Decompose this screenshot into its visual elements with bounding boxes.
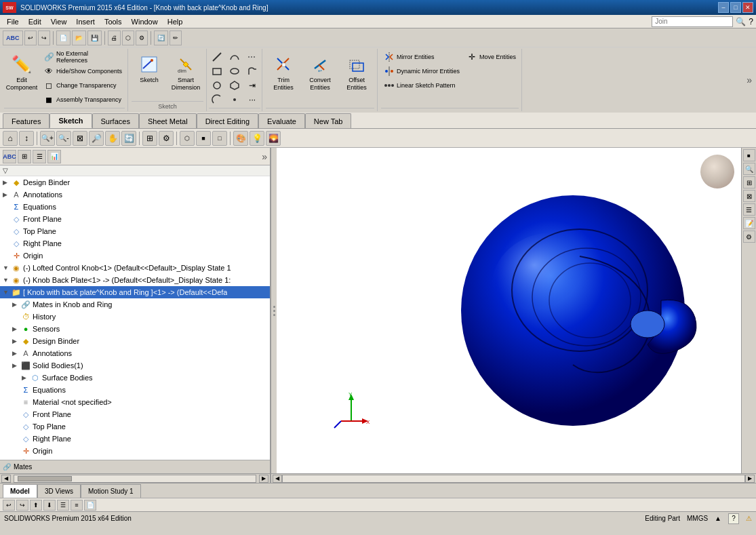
menu-view[interactable]: View [47, 16, 71, 27]
tree-item-knob-with-back[interactable]: ▼📁[ Knob with back plate^Knob and Ring ]… [0, 286, 270, 298]
orientation-button[interactable]: ⌂ [3, 131, 18, 146]
btb-down[interactable]: ⬇ [43, 500, 56, 511]
view-sphere[interactable] [700, 155, 734, 189]
tab-features[interactable]: Features [3, 113, 49, 128]
menu-tools[interactable]: Tools [100, 16, 126, 27]
display-style-shaded[interactable]: ■ [196, 131, 211, 146]
tree-item-sensors[interactable]: ▶●Sensors [0, 323, 270, 335]
tree-item-mates-knob[interactable]: ▶🔗Mates in Knob and Ring [0, 298, 270, 311]
h-scrollbar-left[interactable] [14, 475, 256, 483]
rs-btn6[interactable]: 📝 [743, 217, 755, 229]
btb-list[interactable]: ≡ [71, 500, 83, 511]
h-scrollbar-right[interactable] [282, 475, 745, 483]
btm-tab-model[interactable]: Model [3, 484, 37, 498]
rectangle-button[interactable] [209, 64, 225, 78]
display-style-hidden[interactable]: □ [212, 131, 227, 146]
appearance-button[interactable]: 🎨 [233, 131, 248, 146]
tree-item-equations2[interactable]: ΣEquations [0, 384, 270, 396]
rs-btn3[interactable]: ⊞ [743, 176, 755, 189]
expand-solid-bodies[interactable]: ▶ [12, 362, 20, 369]
construction-button[interactable] [244, 50, 260, 64]
undo-button[interactable]: ↩ [24, 31, 37, 45]
move-entities-button[interactable]: ✛ Move Entities [464, 50, 519, 64]
window-controls[interactable]: – □ ✕ [718, 2, 753, 13]
help-search-icon[interactable]: ? [749, 17, 753, 26]
rs-btn7[interactable]: ⚙ [743, 231, 755, 243]
scroll-right-btn2[interactable]: ▶ [745, 475, 755, 483]
rs-btn2[interactable]: 🔍 [743, 163, 755, 175]
tree-item-history[interactable]: ⏱History [0, 311, 270, 323]
offset-entities-button[interactable]: ⇥ [244, 79, 260, 92]
edit-component-button[interactable]: ✏️ EditComponent [4, 50, 39, 99]
expand-knob-back[interactable]: ▼ [3, 277, 11, 283]
zoom-area-button[interactable]: 🔎 [89, 131, 104, 146]
section-view-button[interactable]: ⊞ [142, 131, 157, 146]
tab-surfaces[interactable]: Surfaces [92, 113, 139, 128]
search-icon[interactable]: 🔍 [736, 17, 746, 26]
save-button[interactable]: 💾 [87, 31, 102, 45]
point-button[interactable] [226, 93, 243, 106]
circle-button[interactable] [209, 79, 225, 92]
open-button[interactable]: 📂 [72, 31, 86, 45]
expand-design-binder[interactable]: ▶ [3, 179, 11, 186]
polygon-button[interactable] [226, 79, 243, 92]
more-sktools-button[interactable]: ··· [244, 93, 260, 106]
view3d-button[interactable]: ⬡ [122, 31, 134, 45]
smart-dimension-button[interactable]: dim SmartDimension [168, 50, 203, 99]
scene-button[interactable]: 🌄 [266, 131, 281, 146]
tree-item-front-plane2[interactable]: ◇Front Plane [0, 408, 270, 420]
rotate-button[interactable]: 🔄 [121, 131, 136, 146]
zoom-fit-button[interactable]: ⊠ [73, 131, 87, 146]
btm-tab-3dviews[interactable]: 3D Views [37, 484, 81, 498]
tree-item-annotations2[interactable]: ▶AAnnotations [0, 347, 270, 359]
abc-button[interactable]: ABC [3, 31, 23, 45]
menu-edit[interactable]: Edit [24, 16, 45, 27]
sketch-fillet-button[interactable] [244, 64, 260, 78]
expand-sensors[interactable]: ▶ [12, 325, 20, 332]
lights-button[interactable]: 💡 [250, 131, 264, 146]
new-button[interactable]: 📄 [56, 31, 71, 45]
lpt-expand[interactable]: » [262, 151, 267, 162]
line-button[interactable] [209, 50, 225, 64]
menu-window[interactable]: Window [127, 16, 162, 27]
menu-file[interactable]: File [3, 16, 23, 27]
edit-part-button[interactable]: ✏ [170, 31, 182, 45]
view-settings-button[interactable]: ⚙ [159, 131, 174, 146]
lpt-chart[interactable]: 📊 [47, 150, 61, 163]
normal-view-button[interactable]: ↕ [19, 131, 34, 146]
close-button[interactable]: ✕ [742, 2, 753, 13]
tree-item-origin2[interactable]: ✛Origin [0, 445, 270, 457]
expand-annotations[interactable]: ▶ [3, 191, 11, 198]
rebuild-button[interactable]: 🔄 [154, 31, 168, 45]
rs-btn4[interactable]: ⊠ [743, 190, 755, 202]
hide-show-components-button[interactable]: 👁 Hide/Show Components [41, 64, 125, 78]
expand-design-binder2[interactable]: ▶ [12, 338, 20, 344]
btb-menu[interactable]: ☰ [57, 500, 69, 511]
trim-entities-button[interactable]: TrimEntities [266, 50, 301, 99]
tree-item-annotations[interactable]: ▶AAnnotations [0, 189, 270, 201]
assembly-transparency-button[interactable]: ◼ Assembly Transparency [41, 93, 125, 106]
tree-item-right-plane[interactable]: ◇Right Plane [0, 237, 270, 250]
sketch-button[interactable]: Sketch [132, 50, 167, 99]
offset-entities-btn[interactable]: OffsetEntities [339, 50, 374, 99]
mirror-entities-button[interactable]: Mirror Entities [381, 50, 462, 64]
minimize-button[interactable]: – [718, 2, 729, 13]
lpt-grid[interactable]: ⊞ [18, 150, 31, 163]
tree-item-right-plane2[interactable]: ◇Right Plane [0, 433, 270, 445]
help-btn[interactable]: ? [728, 513, 739, 524]
print-button[interactable]: 🖨 [108, 31, 121, 45]
tree-item-lofted-knob[interactable]: ▼◉(-) Lofted Control Knob<1> (Default<<D… [0, 262, 270, 274]
display-style-wire[interactable]: ⬡ [180, 131, 195, 146]
btb-redo[interactable]: ↪ [16, 500, 28, 511]
options-button[interactable]: ⚙ [136, 31, 148, 45]
expand-lofted-knob[interactable]: ▼ [3, 264, 11, 271]
zoom-out-button[interactable]: 🔍- [56, 131, 71, 146]
scroll-left-btn[interactable]: ◀ [1, 475, 11, 483]
tree-item-surface-bodies[interactable]: ▶⬡Surface Bodies [0, 372, 270, 384]
tab-sketch[interactable]: Sketch [49, 113, 92, 128]
lpt-abc[interactable]: ABC [3, 150, 16, 163]
tree-item-front-plane[interactable]: ◇Front Plane [0, 213, 270, 225]
redo-button[interactable]: ↪ [38, 31, 50, 45]
expand-annotations2[interactable]: ▶ [12, 350, 20, 357]
btb-doc[interactable]: 📄 [84, 500, 96, 511]
